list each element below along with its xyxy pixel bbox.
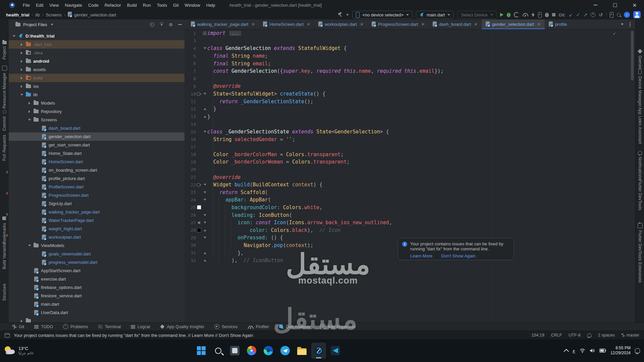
layout-icon[interactable] <box>5 333 10 338</box>
device-mirror-icon[interactable] <box>610 12 613 18</box>
fold-icon[interactable] <box>202 47 207 49</box>
code-line[interactable]: 18 Color _borderColorMan = Colors.transp… <box>184 151 635 159</box>
language-indicator[interactable]: ع <box>573 348 575 353</box>
editor-scrollbar[interactable] <box>631 31 634 80</box>
fold-icon[interactable] <box>202 199 207 201</box>
tab-dash_board-dart[interactable]: dash_board.dart✕ <box>429 19 482 29</box>
code-line[interactable]: 7 const GenderSelection({super.key, requ… <box>184 67 635 75</box>
fold-icon[interactable] <box>202 237 207 239</box>
close-button[interactable] <box>625 0 644 10</box>
dont-show-again-link[interactable]: Don't Show Again <box>441 253 475 258</box>
fold-icon[interactable] <box>202 214 207 216</box>
tool-strip-structure[interactable]: Structure <box>0 284 9 301</box>
tree-item[interactable]: android <box>9 57 184 65</box>
run-config-selector[interactable]: main.dart <box>416 11 454 19</box>
volume-icon[interactable] <box>590 348 595 353</box>
tree-item[interactable]: .dart_tool <box>9 40 184 49</box>
code-line[interactable]: 14 <box>184 120 635 128</box>
tray-chevron-icon[interactable] <box>564 349 569 354</box>
close-icon[interactable]: ✕ <box>307 22 310 27</box>
close-icon[interactable]: ✕ <box>474 22 478 27</box>
toolwindow-terminal[interactable]: Terminal <box>98 324 121 329</box>
tree-item[interactable]: UserData.dart <box>9 308 184 317</box>
inspections-ok-icon[interactable]: ✓ <box>613 31 616 36</box>
toolwindow-git[interactable]: Git <box>12 324 24 329</box>
fold-icon[interactable] <box>202 131 207 133</box>
taskbar-app-swirl[interactable] <box>261 343 276 359</box>
menu-view[interactable]: View <box>46 3 62 8</box>
tree-item[interactable]: HomeScreen.dart <box>9 158 184 166</box>
fold-icon[interactable] <box>202 222 207 224</box>
tree-item[interactable]: firebase_options.dart <box>9 283 184 292</box>
build-dropdown-icon[interactable] <box>346 14 349 16</box>
close-icon[interactable]: ✕ <box>537 22 541 27</box>
taskbar-app-taskview[interactable] <box>227 343 242 359</box>
locate-file-icon[interactable] <box>150 22 154 27</box>
tree-item[interactable]: Screens <box>9 116 184 124</box>
search-everywhere-icon[interactable] <box>617 13 621 17</box>
project-view-selector[interactable]: Project Files <box>23 22 47 27</box>
collapse-all-icon[interactable] <box>160 23 163 26</box>
tool-strip-bookmarks[interactable]: Bookmarks <box>0 217 9 244</box>
profile-app-icon[interactable] <box>514 12 519 17</box>
code-line[interactable]: 16 String selectedGender = ''; <box>184 135 635 143</box>
menu-window[interactable]: Window <box>182 3 203 8</box>
fold-icon[interactable] <box>202 116 207 118</box>
menu-run[interactable]: Run <box>140 3 154 8</box>
fold-icon[interactable] <box>202 191 207 193</box>
tool-strip-flutter-devtools-extensions[interactable]: Flutter DevTools Extensions <box>636 223 644 283</box>
menu-code[interactable]: Code <box>85 3 102 8</box>
tool-strip-pull-requests[interactable]: Pull Requests <box>0 135 9 161</box>
tree-item[interactable]: WaterTrackerPage.dart <box>9 216 184 225</box>
git-update-icon[interactable]: ↙ <box>569 12 573 17</box>
tool-strip-app-links-assistant[interactable]: App Links Assistant <box>636 107 644 144</box>
learn-more-link[interactable]: Learn More <box>410 253 432 258</box>
toolwindow-profiler[interactable]: Profiler <box>248 324 269 329</box>
tree-item[interactable]: get_start_screen.dart <box>9 141 184 149</box>
tree-item[interactable]: AppStartScreen.dart <box>9 266 184 275</box>
taskbar-app-telegram[interactable] <box>278 343 292 359</box>
flutter-attach-icon[interactable] <box>545 13 549 17</box>
tree-item[interactable]: ios <box>9 82 184 90</box>
device-selector[interactable]: <no device selected> <box>352 11 413 19</box>
tab-HomeScreen-dart[interactable]: HomeScreen.dart✕ <box>259 19 314 29</box>
tool-strip-build-variants[interactable]: Build Variants <box>0 243 9 269</box>
taskbar-app-folder[interactable] <box>294 343 309 359</box>
menu-help[interactable]: Help <box>203 3 218 8</box>
toolwindow-problems[interactable]: Problems <box>63 324 88 329</box>
tree-item[interactable]: profile_picture.dart <box>9 174 184 183</box>
status-message[interactable]: Your project contains issues that can be… <box>14 333 253 338</box>
code-line[interactable]: 24 appBar: AppBar( <box>184 196 635 204</box>
caret-position[interactable]: 154:19 <box>531 333 544 338</box>
profiler-icon[interactable] <box>523 13 528 16</box>
more-options-icon[interactable] <box>630 22 631 23</box>
git-branch[interactable]: master <box>627 333 639 338</box>
tree-item[interactable]: goals_viewmodel.dart <box>9 250 184 258</box>
breadcrumb-item[interactable]: gender_selection.dart <box>74 12 116 17</box>
menu-edit[interactable]: Edit <box>33 3 46 8</box>
line-separator[interactable]: CRLF <box>551 333 562 338</box>
code-line[interactable]: 19 Color _borderColorWoman = Colors.tran… <box>184 158 635 166</box>
fold-icon[interactable] <box>202 184 207 186</box>
chevron-down-icon[interactable] <box>51 24 53 25</box>
tree-item[interactable]: main.dart <box>9 300 184 308</box>
history-icon[interactable] <box>591 12 595 17</box>
code-line[interactable]: 13} <box>184 113 635 121</box>
code-line[interactable]: 5 final String name; <box>184 52 635 60</box>
select-device-dropdown[interactable]: Select Device <box>457 11 496 19</box>
fold-icon[interactable]: + <box>202 32 207 35</box>
file-encoding[interactable]: UTF-8 <box>569 333 580 338</box>
fold-icon[interactable] <box>202 259 207 261</box>
menu-refactor[interactable]: Refactor <box>102 3 124 8</box>
menu-git[interactable]: Git <box>170 3 182 8</box>
tab-workoutplan-dart[interactable]: workoutplan.dart✕ <box>314 19 368 29</box>
notification-bell-icon[interactable] <box>635 348 640 353</box>
wifi-icon[interactable] <box>580 348 585 353</box>
hide-panel-icon[interactable] <box>178 24 182 25</box>
code-line[interactable]: 25 backgroundColor: Colors.white, <box>184 204 635 212</box>
close-icon[interactable]: ✕ <box>360 22 364 27</box>
code-line[interactable]: 23 return Scaffold( <box>184 188 635 196</box>
toolwindow-logcat[interactable]: Logcat <box>131 324 150 329</box>
indent-setting[interactable]: 2 spaces <box>598 333 615 338</box>
debug-button[interactable] <box>507 13 511 17</box>
